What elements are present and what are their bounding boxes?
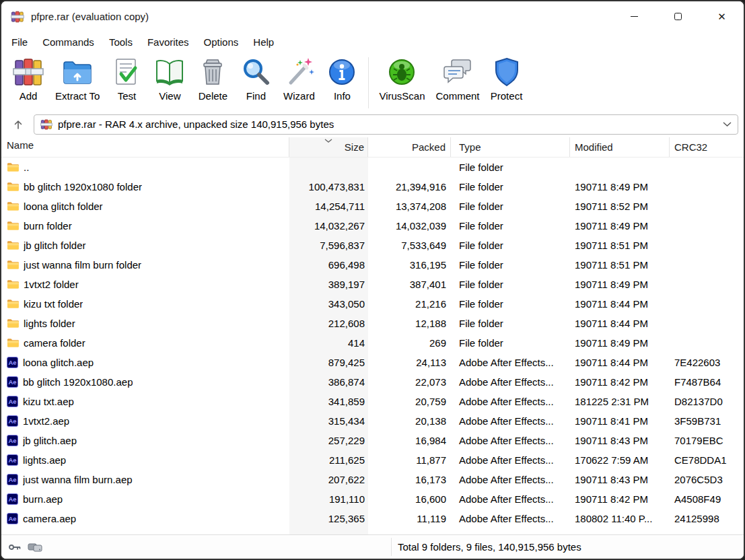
chevron-down-icon[interactable] [723, 122, 732, 127]
folder-icon [7, 338, 19, 348]
virusscan-button[interactable]: VirusScan [374, 55, 430, 103]
file-type: Adobe After Effects... [451, 396, 570, 407]
file-modified: 180802 11:40 P... [570, 513, 670, 524]
maximize-button[interactable] [656, 1, 700, 32]
file-row[interactable]: Ae 1vtxt2.aep 315,434 20,138 Adobe After… [1, 411, 744, 431]
aep-file-icon: Ae [7, 357, 18, 368]
menu-commands[interactable]: Commands [35, 34, 102, 50]
file-name-cell: Ae loona glitch folder [1, 201, 289, 212]
file-row[interactable]: Ae bb glitch 1920x1080.aep 386,874 22,07… [1, 372, 744, 392]
file-packed-size: 22,073 [368, 376, 451, 388]
close-button[interactable]: ✕ [700, 1, 744, 32]
column-label-modified: Modified [575, 141, 613, 153]
info-button[interactable]: Info [320, 55, 363, 103]
file-modified: 190711 8:49 PM [570, 337, 670, 349]
add-button[interactable]: Add [7, 55, 50, 103]
file-name: just wanna film burn.aep [23, 474, 133, 485]
file-row[interactable]: Ae burn folder 14,032,267 14,032,039 Fil… [1, 216, 744, 236]
file-row[interactable]: Ae just wanna film burn folder 696,498 3… [1, 255, 744, 275]
file-row[interactable]: Ae loona glitch folder 14,254,711 13,374… [1, 197, 744, 216]
file-modified: 190711 8:51 PM [570, 259, 670, 271]
winrar-window: pfpre.rar (evaluation copy) ✕ File Comma… [0, 0, 745, 560]
protect-button[interactable]: Protect [485, 55, 528, 103]
virusscan-label: VirusScan [379, 90, 425, 102]
file-type: File folder [451, 279, 570, 290]
extract-to-button[interactable]: Extract To [50, 55, 105, 103]
file-row[interactable]: Ae kizu txt.aep 341,859 20,759 Adobe Aft… [1, 392, 744, 411]
column-header-type[interactable]: Type [451, 137, 570, 157]
file-row[interactable]: Ae jb glitch folder 7,596,837 7,533,649 … [1, 236, 744, 255]
file-name-cell: Ae lights folder [1, 318, 289, 329]
file-row[interactable]: Ae .. File folder [1, 158, 744, 177]
file-name-cell: Ae jb glitch folder [1, 240, 289, 251]
comment-bubbles-icon [441, 56, 474, 88]
file-type: File folder [451, 162, 570, 173]
file-size: 414 [289, 337, 368, 349]
column-header-crc32[interactable]: CRC32 [670, 137, 741, 157]
file-packed-size: 316,195 [368, 259, 451, 271]
file-type: File folder [451, 181, 570, 193]
file-row[interactable]: Ae camera.aep 125,365 11,119 Adobe After… [1, 509, 744, 528]
file-modified: 190711 8:52 PM [570, 201, 670, 212]
aep-file-icon: Ae [7, 415, 18, 427]
file-row[interactable]: Ae lights folder 212,608 12,188 File fol… [1, 314, 744, 333]
file-row[interactable]: Ae burn.aep 191,110 16,600 Adobe After E… [1, 489, 744, 509]
file-size: 14,254,711 [289, 201, 368, 212]
disk-drive-icon[interactable] [28, 542, 42, 552]
file-list-area: Name Size Packed Type Modified CRC32 Ae … [1, 137, 744, 534]
test-button[interactable]: Test [105, 55, 148, 103]
menu-file[interactable]: File [4, 34, 35, 50]
file-type: File folder [451, 240, 570, 251]
column-header-modified[interactable]: Modified [570, 137, 670, 157]
file-packed-size: 21,394,916 [368, 181, 451, 193]
file-name-cell: Ae bb glitch 1920x1080.aep [1, 376, 289, 388]
menu-options[interactable]: Options [197, 34, 246, 50]
file-row[interactable]: Ae loona glitch.aep 879,425 24,113 Adobe… [1, 353, 744, 372]
maximize-icon [674, 13, 682, 20]
column-label-packed: Packed [412, 141, 446, 153]
file-name-cell: Ae camera folder [1, 337, 289, 349]
comment-button[interactable]: Comment [431, 55, 485, 103]
protect-shield-icon [491, 56, 523, 88]
up-directory-button[interactable] [5, 114, 31, 135]
menu-favorites[interactable]: Favorites [140, 34, 197, 50]
column-header-packed[interactable]: Packed [368, 137, 451, 157]
file-modified: 190711 8:49 PM [570, 181, 670, 193]
file-type: Adobe After Effects... [451, 454, 570, 466]
column-header-name[interactable]: Name [1, 137, 289, 157]
file-packed-size: 16,173 [368, 474, 451, 485]
file-modified: 190711 8:44 PM [570, 357, 670, 368]
file-type: File folder [451, 201, 570, 212]
column-header-size[interactable]: Size [289, 137, 368, 157]
find-button[interactable]: Find [234, 55, 277, 103]
file-type: Adobe After Effects... [451, 435, 570, 446]
file-packed-size: 24,113 [368, 357, 451, 368]
file-size: 879,425 [289, 357, 368, 368]
file-row[interactable]: Ae jb glitch.aep 257,229 16,984 Adobe Af… [1, 431, 744, 450]
file-row[interactable]: Ae kizu txt folder 343,050 21,216 File f… [1, 294, 744, 314]
file-row[interactable]: Ae 1vtxt2 folder 389,197 387,401 File fo… [1, 275, 744, 294]
file-row[interactable]: Ae lights.aep 211,625 11,877 Adobe After… [1, 450, 744, 470]
file-packed-size: 7,533,649 [368, 240, 451, 251]
file-row[interactable]: Ae bb glitch 1920x1080 folder 100,473,83… [1, 177, 744, 197]
window-title: pfpre.rar (evaluation copy) [31, 11, 149, 22]
file-name-cell: Ae just wanna film burn.aep [1, 474, 289, 485]
status-icons [1, 542, 42, 552]
toolbar-separator [368, 57, 369, 108]
menu-tools[interactable]: Tools [102, 34, 140, 50]
view-button[interactable]: View [148, 55, 191, 103]
file-name: loona glitch folder [24, 201, 103, 212]
window-controls: ✕ [612, 1, 744, 32]
menu-help[interactable]: Help [246, 34, 281, 50]
file-name-cell: Ae kizu txt.aep [1, 396, 289, 407]
key-icon[interactable] [8, 542, 22, 552]
file-row[interactable]: Ae just wanna film burn.aep 207,622 16,1… [1, 470, 744, 489]
file-row[interactable]: Ae camera folder 414 269 File folder 190… [1, 333, 744, 353]
delete-button[interactable]: Delete [191, 55, 234, 103]
aep-file-icon: Ae [7, 513, 18, 524]
minimize-button[interactable] [612, 1, 656, 32]
wizard-button[interactable]: Wizard [277, 55, 320, 103]
folder-icon [7, 240, 19, 250]
column-label-type: Type [459, 141, 481, 153]
archive-path-combobox[interactable]: pfpre.rar - RAR 4.x archive, unpacked si… [34, 114, 738, 135]
